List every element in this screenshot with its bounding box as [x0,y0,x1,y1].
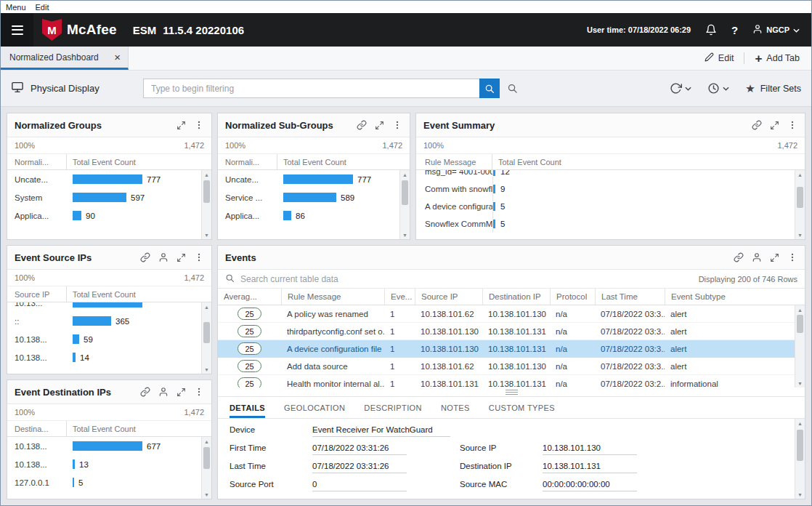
events-scrollbar[interactable]: ▲▼ [795,305,805,387]
scroll-track[interactable] [202,179,211,230]
tab-normalized-dashboard[interactable]: Normalized Dashboard × [1,47,129,70]
hamburger-menu-icon[interactable] [1,13,33,47]
column-header[interactable]: Total Event Count [67,286,136,302]
scroll-thumb[interactable] [797,315,803,333]
close-tab-icon[interactable]: × [114,52,121,63]
scroll-up-icon[interactable]: ▲ [400,170,410,179]
expand-icon[interactable] [375,121,384,130]
column-header[interactable]: Normali... [7,154,67,169]
link-icon[interactable] [357,120,367,130]
add-tab-button[interactable]: + Add Tab [755,52,800,65]
column-header[interactable]: Rule Message [416,154,492,169]
column-header[interactable]: Normali... [218,154,277,169]
filter-sets-button[interactable]: ★ Filter Sets [745,83,801,94]
menu-item-edit[interactable]: Edit [36,3,49,12]
bar-row[interactable]: System597 [7,188,201,206]
summary-row[interactable]: Snowflex CommMg...5 [416,215,795,233]
events-column-header[interactable]: Rule Message [281,289,384,305]
events-column-header[interactable]: Source IP [415,289,482,305]
detail-tab-custom-types[interactable]: CUSTOM TYPES [489,397,555,418]
scroll-up-icon[interactable]: ▲ [795,305,805,314]
events-column-header[interactable]: Averag... [218,289,281,305]
summary-row[interactable]: Comm with snowfl...9 [416,180,795,198]
bar-row[interactable]: 10.138...59 [7,330,201,348]
event-row[interactable]: 25A policy was renamed110.138.101.6210.1… [218,305,795,323]
scroll-thumb[interactable] [402,180,408,205]
advanced-search-icon[interactable] [507,83,518,94]
expand-icon[interactable] [770,121,779,130]
scroll-track[interactable] [400,179,410,230]
scroll-down-icon[interactable]: ▼ [202,230,211,239]
time-range-button[interactable] [707,82,729,95]
scroll-down-icon[interactable]: ▼ [202,365,211,374]
bar-row[interactable]: Uncate...777 [7,170,201,188]
events-column-header[interactable]: Protocol [550,289,595,305]
scroll-track[interactable] [202,446,211,490]
bar-row[interactable]: Applica...86 [218,206,399,225]
events-column-header[interactable]: Eve... [384,289,415,305]
vertical-scrollbar[interactable]: ▲▼ [399,170,410,239]
menu-item-menu[interactable]: Menu [6,3,26,12]
edit-dashboard-button[interactable]: Edit [705,52,734,64]
bar-row[interactable]: 10.138...13 [7,455,201,473]
kebab-icon[interactable] [392,120,402,130]
expand-icon[interactable] [176,387,186,397]
scroll-up-icon[interactable]: ▲ [202,437,211,446]
column-header[interactable]: Total Event Count [277,154,346,169]
scroll-thumb[interactable] [203,322,210,344]
filter-input[interactable] [143,79,479,98]
events-column-header[interactable]: Last Time [595,289,665,305]
detail-tab-notes[interactable]: NOTES [441,397,470,418]
scroll-down-icon[interactable]: ▼ [795,230,805,239]
vertical-scrollbar[interactable]: ▲▼ [201,437,211,499]
scroll-thumb[interactable] [203,180,210,203]
vertical-scrollbar[interactable]: ▲▼ [795,170,805,239]
events-column-header[interactable]: Event Subtype [665,289,795,305]
column-header[interactable]: Destina... [7,421,67,436]
scroll-down-icon[interactable]: ▼ [795,490,805,499]
scroll-down-icon[interactable]: ▼ [400,230,410,239]
link-icon[interactable] [140,252,150,262]
user-icon[interactable] [158,387,169,397]
bar-row[interactable]: 10.138...677 [7,437,201,455]
scroll-down-icon[interactable]: ▼ [795,379,805,387]
bar-row[interactable]: 127.0.0.15 [7,473,201,491]
scroll-track[interactable] [795,314,805,379]
expand-icon[interactable] [770,253,779,262]
column-header[interactable]: Total Event Count [67,154,136,169]
scroll-up-icon[interactable]: ▲ [795,170,805,179]
kebab-icon[interactable] [194,252,204,262]
scroll-up-icon[interactable]: ▲ [795,419,805,427]
events-column-header[interactable]: Destination IP [482,289,550,305]
refresh-button[interactable] [670,82,691,95]
link-icon[interactable] [734,252,744,262]
scroll-up-icon[interactable]: ▲ [202,302,211,311]
vertical-scrollbar[interactable]: ▲▼ [201,170,211,239]
event-row[interactable]: 25Add data source110.138.101.6210.138.10… [218,358,795,375]
physical-display-selector[interactable]: Physical Display [11,81,143,96]
bar-row[interactable]: 10.138...14 [7,348,201,366]
column-header[interactable]: Source IP [7,286,67,302]
scroll-thumb[interactable] [797,187,803,207]
detail-tab-geolocation[interactable]: GEOLOCATION [284,397,345,418]
bar-row[interactable]: ::365 [7,312,201,330]
kebab-icon[interactable] [787,252,797,262]
link-icon[interactable] [140,387,150,397]
scroll-track[interactable] [795,179,805,230]
user-icon[interactable] [158,252,169,262]
help-icon[interactable]: ? [731,24,738,36]
event-row[interactable]: 25thirdpartyconfig.conf set o...110.138.… [218,323,795,340]
kebab-icon[interactable] [194,120,204,130]
details-scrollbar[interactable]: ▲▼ [795,419,805,499]
user-icon[interactable] [752,252,762,262]
scroll-track[interactable] [202,311,211,365]
scroll-track[interactable] [795,427,805,490]
bar-row[interactable]: Service ...589 [218,188,399,206]
apply-filter-button[interactable] [479,79,500,98]
table-search-input[interactable] [240,274,693,284]
scroll-up-icon[interactable]: ▲ [202,170,211,179]
expand-icon[interactable] [176,253,186,262]
scroll-thumb[interactable] [797,430,803,461]
detail-tab-description[interactable]: DESCRIPTION [364,397,422,418]
detail-tab-details[interactable]: DETAILS [230,397,265,418]
